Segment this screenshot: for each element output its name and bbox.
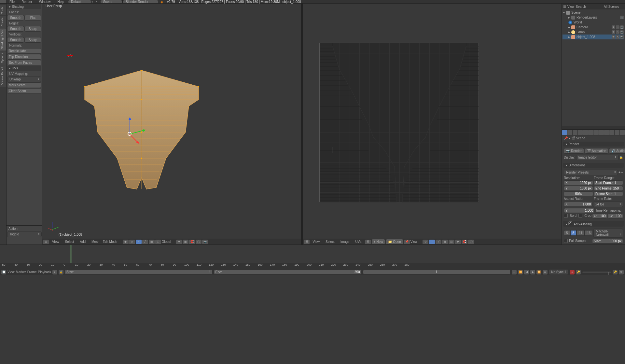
scene-context-icon[interactable] — [573, 130, 577, 135]
mark-seam-button[interactable]: Mark Seam — [7, 82, 41, 88]
verts-smooth-button[interactable]: Smooth — [7, 37, 24, 43]
render-icon[interactable]: 📷 — [620, 25, 624, 29]
edges-smooth-button[interactable]: Smooth — [7, 26, 24, 32]
world-context-icon[interactable] — [578, 130, 583, 135]
tree-row-object[interactable]: ▸object_1.008👁↖📷 — [562, 35, 624, 39]
faces-smooth-button[interactable]: Smooth — [7, 15, 24, 21]
tab-options[interactable]: Options — [0, 51, 6, 65]
insert-key-icon[interactable]: 🔑 — [613, 270, 618, 274]
cursor-icon[interactable]: ↖ — [616, 30, 619, 34]
display-dropdown[interactable]: Image Editor — [576, 155, 618, 160]
keying-set-dropdown[interactable] — [582, 271, 611, 273]
renderlayers-context-icon[interactable] — [567, 130, 572, 135]
uvs-panel-header[interactable]: UVs — [7, 66, 41, 71]
restrict-render-icon[interactable]: 📷 — [620, 16, 624, 19]
aa-panel-header[interactable]: Anti-Aliasing — [563, 221, 624, 227]
aspect-x-field[interactable]: X:1.000 — [564, 202, 592, 207]
timeline-editor[interactable]: -50-40-30-20-100102030405060708090100110… — [0, 245, 625, 269]
cursor-icon[interactable]: ↖ — [616, 35, 619, 39]
snap-uv-icon[interactable]: 🧲 — [462, 240, 467, 244]
vertex-select-icon[interactable]: ▪ — [136, 240, 142, 244]
uv-face-select-icon[interactable]: ▦ — [442, 240, 448, 244]
editor-type-icon[interactable]: ☰ — [563, 5, 566, 8]
remove-layout-button[interactable]: × — [96, 0, 100, 4]
outliner-filter-dropdown[interactable]: All Scenes — [604, 5, 624, 8]
particles-context-icon[interactable] — [615, 130, 619, 135]
uv-view-dropdown[interactable]: View — [410, 240, 422, 244]
menu-render[interactable]: Render — [18, 0, 35, 4]
tab-grease-pencil[interactable]: Grease Pencil — [0, 65, 6, 87]
outliner-tree[interactable]: ▾Scene ▸RenderLayers📷 World ▸Camera👁↖📷 ▸… — [562, 9, 625, 126]
lock-icon[interactable]: 🔒 — [619, 156, 623, 159]
keyframe-next-icon[interactable]: ⏩ — [536, 270, 541, 274]
layout-preset-dropdown[interactable]: Default — [68, 0, 91, 3]
keyframe-prev-icon[interactable]: ⏪ — [518, 270, 523, 274]
aa-filter-dropdown[interactable]: Mitchell-Netravali — [593, 229, 623, 238]
sync-dropdown[interactable]: No Sync — [549, 269, 568, 275]
border-check[interactable] — [564, 214, 568, 218]
editor-type-icon[interactable]: 🖼 — [304, 240, 310, 244]
uv-edge-select-icon[interactable]: ╱ — [436, 240, 441, 244]
play-reverse-icon[interactable]: ◀ — [524, 270, 529, 274]
dimensions-panel-header[interactable]: Dimensions — [563, 163, 624, 168]
layers-icon[interactable]: ▦ — [183, 240, 188, 244]
render-context-icon[interactable] — [562, 130, 567, 135]
uv-vertex-select-icon[interactable]: ▪ — [429, 240, 435, 244]
animation-button[interactable]: 🎬 Animation — [585, 148, 608, 154]
flip-direction-button[interactable]: Flip Direction — [7, 54, 41, 60]
new-image-button[interactable]: + New — [371, 239, 385, 245]
start-frame-field[interactable]: Start:1 — [65, 270, 213, 274]
tree-row-lamp[interactable]: ▸Lamp👁↖📷 — [562, 30, 624, 35]
render-engine-dropdown[interactable]: Blender Render — [123, 0, 158, 3]
tl-playback-menu[interactable]: Playback — [38, 270, 51, 274]
tl-view-menu[interactable]: View — [7, 270, 15, 274]
outliner-view-menu[interactable]: View — [567, 5, 575, 8]
render-icon[interactable]: 📷 — [620, 35, 624, 39]
tree-row-scene[interactable]: ▾Scene — [562, 10, 624, 15]
pin-icon[interactable]: 📌 — [404, 240, 410, 244]
remap-old-field[interactable]: ↢:100 — [592, 214, 607, 218]
keying-set-icon[interactable]: 🔑 — [576, 270, 581, 274]
edge-select-icon[interactable]: ╱ — [142, 240, 148, 244]
add-preset-icon[interactable]: + — [618, 171, 620, 174]
physics-context-icon[interactable] — [620, 130, 625, 135]
action-toggle-dropdown[interactable]: Toggle — [7, 231, 42, 237]
menu-help[interactable]: Help — [54, 0, 68, 4]
uv-island-select-icon[interactable]: ◫ — [449, 240, 454, 244]
tl-marker-menu[interactable]: Marker — [16, 270, 26, 274]
aspect-y-field[interactable]: Y:1.000 — [564, 208, 595, 213]
object-context-icon[interactable] — [583, 130, 588, 135]
editor-type-icon[interactable]: 🕐 — [1, 270, 6, 274]
cursor-icon[interactable]: ↖ — [616, 25, 619, 29]
aa-8-button[interactable]: 8 — [570, 230, 577, 236]
set-from-faces-button[interactable]: Set From Faces — [7, 60, 41, 65]
opengl-render-icon[interactable]: 📷 — [202, 240, 208, 244]
texture-context-icon[interactable] — [609, 130, 614, 135]
outliner-search-menu[interactable]: Search — [576, 5, 586, 8]
play-icon[interactable]: ▶ — [530, 270, 535, 274]
aa-5-button[interactable]: 5 — [564, 230, 570, 236]
current-frame-field[interactable]: 1 — [363, 270, 511, 274]
eye-icon[interactable]: 👁 — [612, 25, 615, 29]
eye-icon[interactable]: 👁 — [612, 35, 615, 39]
tree-row-renderlayers[interactable]: ▸RenderLayers📷 — [562, 15, 624, 20]
open-image-button[interactable]: 📁 Open — [386, 239, 403, 245]
resolution-y-field[interactable]: Y:1080 px — [564, 186, 593, 191]
editor-type-icon[interactable]: ⊞ — [43, 240, 49, 244]
snap-icon[interactable]: 🧲 — [189, 240, 195, 244]
proportional-uv-icon[interactable]: ◯ — [468, 240, 474, 244]
resolution-pct-field[interactable]: 50% — [564, 191, 593, 196]
render-icon[interactable]: 📷 — [620, 30, 624, 34]
render-button[interactable]: 📷 Render — [564, 148, 584, 154]
render-panel-header[interactable]: Render — [563, 142, 624, 147]
shading-mode-icon[interactable]: ◉ — [123, 240, 129, 244]
tab-tools[interactable]: Tools — [0, 5, 6, 15]
aa-enable-check[interactable] — [568, 221, 572, 225]
verts-sharp-button[interactable]: Sharp — [24, 37, 41, 43]
gizmo-z-axis[interactable] — [130, 118, 130, 134]
audio-button[interactable]: 🔊 Audio — [609, 148, 625, 154]
remap-new-field[interactable]: ↣:100 — [608, 214, 623, 218]
uv-grid[interactable] — [319, 43, 479, 202]
scene-dropdown[interactable]: Scene — [101, 0, 122, 3]
pivot-icon[interactable]: ⊙ — [129, 240, 135, 244]
